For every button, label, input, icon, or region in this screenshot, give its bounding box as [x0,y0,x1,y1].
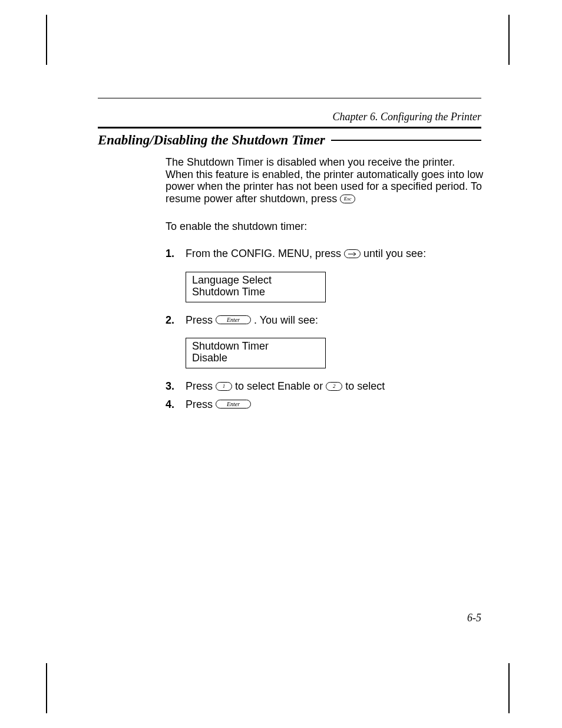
step-4-number: 4. [166,398,186,411]
step-2-number: 2. [166,314,186,327]
step-3-pre: Press [186,380,216,392]
lcd-display-2: Shutdown Timer Disable [186,338,326,368]
divider-line [98,98,481,98]
lcd-2-line-2: Disable [192,353,319,364]
lcd-1-line-1: Language Select [192,275,319,286]
page: Chapter 6. Configuring the Printer Enabl… [0,0,562,728]
step-4: 4. Press Enter [166,398,484,411]
intro-text: The Shutdown Timer is disabled when you … [166,156,483,205]
arrow-key-icon [344,249,361,258]
step-3-number: 3. [166,380,186,393]
intro-paragraph: The Shutdown Timer is disabled when you … [166,156,484,205]
section-heading-row: Enabling/Disabling the Shutdown Timer [98,133,481,148]
step-1-text: From the CONFIG. MENU, press until you s… [186,248,484,260]
crop-mark-top-left [46,15,47,65]
crop-mark-top-right [508,15,510,65]
one-key-icon: 1 [216,382,232,391]
lcd-display-1: Language Select Shutdown Time [186,272,326,302]
step-2-text: Press Enter . You will see: [186,314,484,327]
lcd-2-line-1: Shutdown Timer [192,341,319,353]
section-title: Enabling/Disabling the Shutdown Timer [98,133,331,148]
enter-key-icon-2: Enter [216,400,251,409]
crop-mark-bottom-right [508,663,510,713]
step-1-post: until you see: [363,248,426,259]
section-rule [331,140,481,141]
step-1-pre: From the CONFIG. MENU, press [186,248,344,259]
lcd-1-line-2: Shutdown Time [192,286,319,298]
step-3-mid: to select Enable or [235,380,326,392]
body-column: The Shutdown Timer is disabled when you … [166,156,484,410]
esc-key-icon: Esc [340,195,355,203]
step-3: 3. Press 1 to select Enable or 2 to sele… [166,380,484,393]
step-2-post: . You will see: [254,314,318,326]
step-2: 2. Press Enter . You will see: [166,314,484,327]
page-number: 6-5 [467,612,481,624]
enable-lead: To enable the shutdown timer: [166,220,484,233]
step-1-number: 1. [166,248,186,260]
step-2-pre: Press [186,314,216,326]
step-3-post: to select [345,380,385,392]
step-4-text: Press Enter [186,398,484,411]
crop-mark-bottom-left [46,663,47,713]
chapter-header: Chapter 6. Configuring the Printer [98,111,481,129]
step-4-pre: Press [186,398,216,410]
step-3-text: Press 1 to select Enable or 2 to select [186,380,484,393]
step-1: 1. From the CONFIG. MENU, press until yo… [166,248,484,260]
enter-key-icon: Enter [216,315,251,324]
two-key-icon: 2 [326,382,342,391]
